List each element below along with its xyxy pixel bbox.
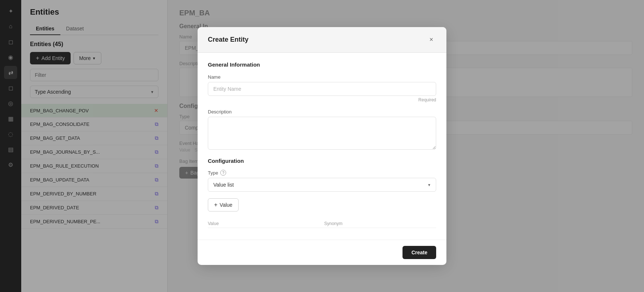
synonym-col-header: Synonym bbox=[324, 221, 436, 226]
config-section-title: Configuration bbox=[208, 158, 436, 164]
add-value-group: + Value bbox=[208, 198, 436, 211]
type-form-group: Type ? Value list Composite Derived bbox=[208, 170, 436, 192]
create-button[interactable]: Create bbox=[402, 246, 436, 259]
main-content: Entities Entities Dataset Entities (45) … bbox=[21, 0, 644, 292]
table-header: Value Synonym bbox=[208, 218, 436, 228]
modal-overlay: Create Entity × General Information Name… bbox=[21, 0, 644, 292]
type-help-icon[interactable]: ? bbox=[220, 170, 226, 176]
plus-icon: + bbox=[214, 202, 217, 208]
description-form-label: Description bbox=[208, 109, 436, 115]
type-form-label: Type ? bbox=[208, 170, 436, 176]
required-label: Required bbox=[208, 97, 436, 102]
value-col-header: Value bbox=[208, 221, 320, 226]
description-form-group: Description bbox=[208, 109, 436, 151]
modal-footer: Create bbox=[198, 240, 446, 265]
type-select-wrapper: Value list Composite Derived bbox=[208, 178, 436, 192]
name-form-group: Name Required bbox=[208, 74, 436, 102]
modal-header: Create Entity × bbox=[198, 27, 446, 53]
modal-body: General Information Name Required Descri… bbox=[198, 53, 446, 240]
add-value-button[interactable]: + Value bbox=[208, 198, 239, 211]
general-info-section-title: General Information bbox=[208, 61, 436, 68]
modal-close-button[interactable]: × bbox=[426, 34, 436, 45]
modal-title: Create Entity bbox=[208, 36, 248, 44]
create-entity-modal: Create Entity × General Information Name… bbox=[198, 27, 446, 265]
name-form-label: Name bbox=[208, 74, 436, 80]
type-select[interactable]: Value list Composite Derived bbox=[208, 178, 436, 192]
description-textarea[interactable] bbox=[208, 117, 436, 150]
entity-name-input[interactable] bbox=[208, 82, 436, 96]
